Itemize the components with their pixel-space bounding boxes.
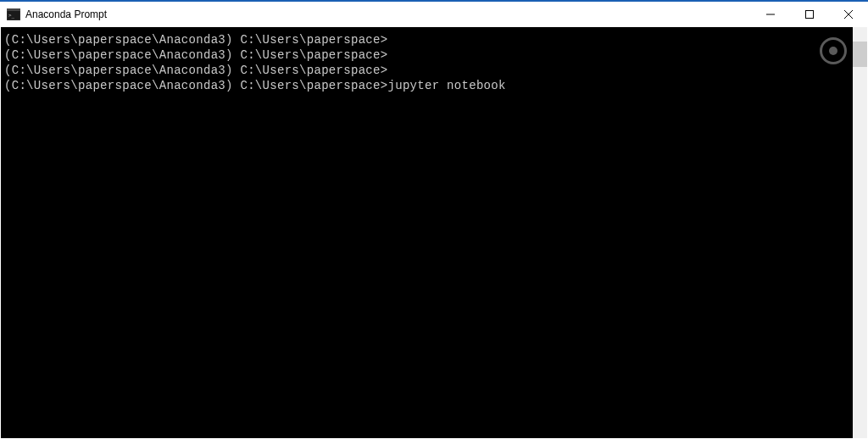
terminal-prompt: (C:\Users\paperspace\Anaconda3) C:\Users… [4,64,387,77]
maximize-button[interactable] [790,2,829,27]
window-controls [751,2,868,27]
terminal-line: (C:\Users\paperspace\Anaconda3) C:\Users… [4,32,849,47]
terminal-line: (C:\Users\paperspace\Anaconda3) C:\Users… [4,78,849,93]
titlebar[interactable]: >_ Anaconda Prompt [0,2,868,27]
minimize-button[interactable] [751,2,790,27]
terminal-prompt: (C:\Users\paperspace\Anaconda3) C:\Users… [4,33,387,47]
terminal-line: (C:\Users\paperspace\Anaconda3) C:\Users… [4,63,849,78]
terminal-output[interactable]: (C:\Users\paperspace\Anaconda3) C:\Users… [1,27,853,438]
close-icon [844,10,853,19]
terminal-prompt: (C:\Users\paperspace\Anaconda3) C:\Users… [4,79,387,92]
vertical-scrollbar[interactable] [853,27,867,438]
console-icon: >_ [7,8,20,21]
terminal-line: (C:\Users\paperspace\Anaconda3) C:\Users… [4,47,849,63]
maximize-icon [805,10,814,19]
svg-text:>_: >_ [8,12,15,19]
scrollbar-thumb[interactable] [853,42,867,67]
minimize-icon [766,10,775,19]
svg-rect-1 [7,8,20,11]
terminal-command: jupyter notebook [387,79,505,92]
terminal-container: (C:\Users\paperspace\Anaconda3) C:\Users… [1,27,867,438]
terminal-prompt: (C:\Users\paperspace\Anaconda3) C:\Users… [4,48,387,62]
close-button[interactable] [829,2,868,27]
app-window: >_ Anaconda Prompt (C:\U [0,0,868,439]
svg-rect-4 [806,11,814,19]
window-title: Anaconda Prompt [25,8,751,20]
